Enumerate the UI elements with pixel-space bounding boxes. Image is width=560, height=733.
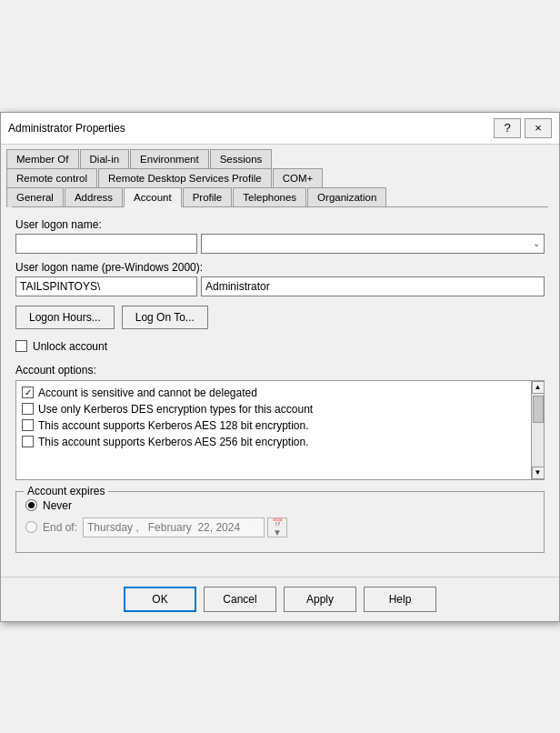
date-input[interactable] [83,517,265,537]
tab-remote-control[interactable]: Remote control [6,168,97,187]
option-1-label: Use only Kerberos DES encryption types f… [38,403,313,416]
account-options-box: ✓ Account is sensitive and cannot be del… [15,380,545,480]
option-3-checkbox[interactable] [22,436,34,447]
option-item-2: This account supports Kerberos AES 128 b… [22,417,538,434]
tab-member-of[interactable]: Member Of [6,149,79,168]
tabs-container: Member Of Dial-in Environment Sessions R… [1,145,559,207]
option-item-3: This account supports Kerberos AES 256 b… [22,434,538,450]
logon-hours-button[interactable]: Logon Hours... [15,306,115,329]
tab-profile[interactable]: Profile [183,187,233,207]
tab-general[interactable]: General [6,187,64,207]
option-1-checkbox[interactable] [22,403,34,415]
never-label: Never [43,499,72,512]
title-bar-buttons: ? × [494,118,552,138]
account-expires-group: Account expires Never End of: 📅▼ [15,491,545,553]
pre2000-label: User logon name (pre-Windows 2000): [15,261,545,274]
option-3-label: This account supports Kerberos AES 256 b… [38,436,309,448]
apply-button[interactable]: Apply [284,587,356,612]
tab-row-2: Remote control Remote Desktop Services P… [6,167,554,186]
option-0-label: Account is sensitive and cannot be deleg… [38,387,257,399]
option-2-label: This account supports Kerberos AES 128 b… [38,419,309,432]
expires-legend: Account expires [24,485,108,497]
date-field: 📅▼ [83,517,287,537]
end-of-radio[interactable] [25,521,37,533]
date-picker-button[interactable]: 📅▼ [267,517,287,537]
logon-buttons-row: Logon Hours... Log On To... [15,306,545,329]
pre2000-domain-input[interactable] [15,276,197,296]
tab-account[interactable]: Account [124,187,182,207]
options-scrollbar: ▲ ▼ [531,381,544,479]
help-button[interactable]: Help [364,587,436,612]
title-bar: Administrator Properties ? × [1,113,559,145]
unlock-row: Unlock account [15,340,545,353]
dialog-title: Administrator Properties [8,122,125,135]
account-options-label: Account options: [15,364,545,377]
end-of-label: End of: [43,521,77,534]
never-radio-row: Never [25,499,535,512]
scroll-down-arrow[interactable]: ▼ [532,467,545,479]
option-item-1: Use only Kerberos DES encryption types f… [22,401,538,417]
option-item-0: ✓ Account is sensitive and cannot be del… [22,385,538,401]
dropdown-arrow-icon: ⌄ [533,238,540,248]
tab-row-1: Member Of Dial-in Environment Sessions [6,148,554,167]
unlock-label: Unlock account [33,340,107,353]
tab-com-plus[interactable]: COM+ [273,168,324,187]
unlock-checkbox[interactable] [15,340,27,352]
ok-button[interactable]: OK [124,587,196,612]
checkmark-icon: ✓ [25,387,32,397]
tab-rdsp[interactable]: Remote Desktop Services Profile [98,168,272,187]
tab-row-3: General Address Account Profile Telephon… [6,186,554,206]
never-radio[interactable] [25,499,37,511]
tab-sessions[interactable]: Sessions [210,149,273,168]
tab-organization[interactable]: Organization [307,187,386,207]
tab-telephones[interactable]: Telephones [233,187,306,207]
tab-content: User logon name: ⌄ User logon name (pre-… [1,207,559,577]
logon-name-label: User logon name: [15,218,545,231]
option-2-checkbox[interactable] [22,419,34,431]
log-on-to-button[interactable]: Log On To... [122,306,208,329]
tab-dial-in[interactable]: Dial-in [80,149,130,168]
pre2000-row [15,276,545,296]
cancel-button[interactable]: Cancel [204,587,276,612]
close-title-button[interactable]: × [525,118,552,138]
dialog-window: Administrator Properties ? × Member Of D… [0,112,560,622]
scroll-up-arrow[interactable]: ▲ [532,381,545,394]
dialog-footer: OK Cancel Apply Help [1,577,559,621]
scroll-thumb[interactable] [533,396,544,423]
logon-name-row: ⌄ [15,234,545,254]
pre2000-name-input[interactable] [201,276,545,296]
tab-environment[interactable]: Environment [130,149,209,168]
end-of-radio-row: End of: 📅▼ [25,517,535,537]
tab-address[interactable]: Address [65,187,123,207]
domain-dropdown[interactable]: ⌄ [201,234,545,254]
option-0-checkbox[interactable]: ✓ [22,387,34,398]
logon-name-input[interactable] [15,234,197,254]
help-title-button[interactable]: ? [494,118,521,138]
